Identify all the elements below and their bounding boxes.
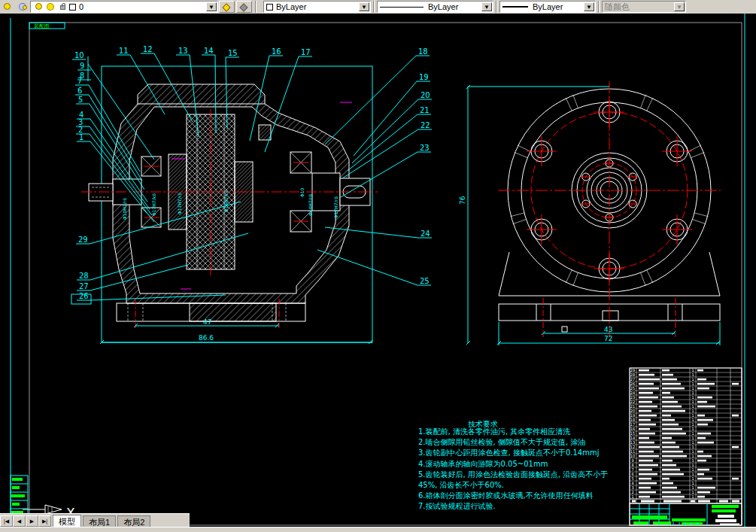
callout-label: 5 bbox=[78, 96, 83, 104]
callout-label: 11 bbox=[119, 47, 129, 55]
fit-label: Φ17H7/k6 bbox=[151, 193, 156, 216]
color-swatch bbox=[266, 4, 273, 11]
fit-label: Φ10H7/r6 bbox=[122, 198, 127, 220]
dim-front-overall: 72 bbox=[604, 335, 612, 342]
tab-layout1[interactable]: 布局1 bbox=[83, 515, 116, 527]
left-view-dimensions: 47 86.6 bbox=[100, 318, 372, 344]
tech-note-line: 2.啮合侧隙用铅丝检验, 侧隙值不大于规定值, 涂油 bbox=[418, 438, 585, 446]
callout-label: 9 bbox=[80, 62, 84, 70]
titleblock-highlight-field bbox=[653, 521, 671, 524]
linetype-sample bbox=[380, 7, 424, 8]
tab-last-button[interactable]: ▶| bbox=[38, 515, 51, 527]
chevron-down-icon: ▼ bbox=[674, 2, 685, 11]
tab-first-button[interactable]: |◀ bbox=[0, 515, 13, 527]
linetype-value: ByLayer bbox=[428, 2, 458, 11]
app-window: 0 ▼ ByLayer ▼ ByLayer ▼ ByLayer ▼ 随颜色 ▼ bbox=[0, 0, 756, 532]
dim-left-overall: 86.6 bbox=[199, 334, 214, 342]
title-block bbox=[630, 503, 742, 525]
layer-name: 0 bbox=[79, 2, 83, 11]
front-view-dimensions: 76 43 72 bbox=[459, 85, 720, 345]
leader-line bbox=[342, 129, 418, 178]
leader-line bbox=[352, 99, 418, 163]
callout-label: 2 bbox=[78, 126, 83, 134]
color-value: ByLayer bbox=[276, 2, 306, 11]
callout-label: 10 bbox=[74, 51, 84, 59]
titleblock-highlight-field bbox=[712, 505, 739, 508]
callout-label: 20 bbox=[421, 91, 430, 99]
chevron-down-icon[interactable]: ▼ bbox=[359, 2, 369, 11]
bulb-on-icon[interactable] bbox=[35, 2, 44, 12]
callout-label: 18 bbox=[418, 47, 428, 56]
fit-label: Φ17H7/r6 bbox=[177, 193, 182, 214]
bom-table: 2912812712612512412312212112011911811711… bbox=[630, 368, 742, 525]
callout-label: 17 bbox=[301, 48, 311, 56]
layout-tabbar: |◀ ◀ ▶ ▶| 模型 布局1 布局2 bbox=[0, 513, 190, 527]
tech-note-line: 5.齿轮装好后, 用涂色法检验齿面接触斑点, 沿齿高不小于 bbox=[418, 470, 608, 479]
object-properties-toolbar: 0 ▼ ByLayer ▼ ByLayer ▼ ByLayer ▼ 随颜色 ▼ bbox=[0, 0, 756, 14]
dim-front-height: 76 bbox=[459, 196, 466, 205]
color-combo[interactable]: ByLayer ▼ bbox=[263, 1, 371, 13]
callout-label: 12 bbox=[143, 45, 153, 53]
fit-label: Φ10 bbox=[299, 187, 305, 197]
callout-label: 14 bbox=[204, 47, 214, 55]
titleblock-highlight-field bbox=[712, 509, 736, 512]
leader-line bbox=[354, 81, 417, 156]
callout-label: 24 bbox=[421, 230, 430, 238]
dim-left-base: 47 bbox=[203, 318, 211, 326]
callout-label: 16 bbox=[272, 47, 281, 56]
callout-label: 21 bbox=[420, 106, 430, 114]
titleblock-highlight-field bbox=[632, 515, 667, 519]
titleblock-highlight-field bbox=[682, 522, 703, 525]
layer-previous-button[interactable] bbox=[236, 1, 252, 13]
callout-label: 6 bbox=[77, 87, 82, 95]
layer-properties-icon[interactable] bbox=[2, 2, 14, 12]
titleblock-highlight-field bbox=[633, 521, 648, 524]
callout-label: 25 bbox=[420, 277, 430, 285]
bom-row-no: 1 bbox=[631, 494, 633, 499]
tab-layout2[interactable]: 布局2 bbox=[117, 515, 150, 527]
freeze-sun-icon[interactable] bbox=[47, 2, 56, 12]
lineweight-combo[interactable]: ByLayer ▼ bbox=[499, 1, 596, 13]
layers-icon[interactable] bbox=[17, 2, 29, 12]
lock-icon[interactable] bbox=[59, 2, 68, 12]
chevron-down-icon[interactable]: ▼ bbox=[584, 2, 594, 11]
tech-notes: 技术要求 1.装配前, 清洗各零件油污, 其余零件相应清洗2.啮合侧隙用铅丝检验… bbox=[418, 420, 608, 510]
layer-color-swatch bbox=[69, 4, 76, 11]
callout-label: 8 bbox=[80, 71, 84, 80]
callout-label: 4 bbox=[79, 111, 83, 119]
callout-label: 26 bbox=[79, 292, 89, 300]
callout-label: 3 bbox=[78, 118, 83, 126]
callout-label: 29 bbox=[78, 236, 88, 244]
fit-label: Φ14H7/r6 bbox=[308, 194, 313, 216]
chevron-down-icon[interactable]: ▼ bbox=[481, 2, 492, 11]
tab-model[interactable]: 模型 bbox=[53, 515, 81, 527]
drawing-viewport[interactable]: 装配图 bbox=[0, 14, 756, 527]
plotstyle-combo: 随颜色 ▼ bbox=[602, 1, 686, 13]
chevron-down-icon[interactable]: ▼ bbox=[206, 2, 217, 11]
callout-label: 27 bbox=[79, 282, 89, 290]
layer-combo[interactable]: 0 ▼ bbox=[30, 1, 218, 13]
status-bar bbox=[0, 527, 756, 532]
linetype-combo[interactable]: ByLayer ▼ bbox=[377, 1, 493, 13]
tech-note-line: 45%, 沿齿长不小于60%. bbox=[418, 481, 504, 489]
fit-label: Φ14H7/r6 bbox=[223, 190, 229, 212]
tech-note-line: 3.齿轮副中心距用涂色检查, 接触斑点不小于0.14mmj bbox=[418, 448, 599, 457]
dim-front-bolt-span: 43 bbox=[604, 326, 612, 333]
callout-label: 28 bbox=[79, 272, 89, 280]
tech-note-line: 6.箱体剖分面涂密封胶或水玻璃,不允许使用任何填料 bbox=[418, 491, 594, 500]
titleblock-highlight-field bbox=[672, 518, 706, 521]
callout-label: 23 bbox=[420, 144, 430, 152]
tech-note-line: 7.按试验规程进行试验. bbox=[418, 502, 496, 510]
leader-line bbox=[317, 250, 417, 285]
callout-label: 19 bbox=[419, 73, 429, 81]
fit-label: Φ17H7/r6 bbox=[333, 196, 339, 218]
lineweight-value: ByLayer bbox=[533, 2, 563, 11]
lineweight-sample bbox=[502, 6, 528, 8]
front-view: 76 43 72 bbox=[459, 81, 721, 345]
tab-next-button[interactable]: ▶ bbox=[26, 515, 38, 527]
tab-prev-button[interactable]: ◀ bbox=[13, 515, 26, 527]
tech-note-line: 1.装配前, 清洗各零件油污, 其余零件相应清洗 bbox=[418, 427, 570, 436]
callout-label: 22 bbox=[421, 121, 430, 129]
make-layer-current-button[interactable] bbox=[219, 1, 235, 13]
tech-note-line: 4.滚动轴承的轴向游隙为0.05~01mm bbox=[418, 460, 548, 468]
